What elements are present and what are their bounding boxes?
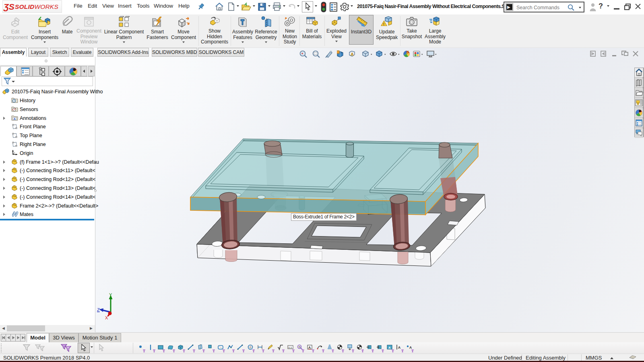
- svg-text:X: X: [105, 315, 108, 320]
- svg-text:Y: Y: [109, 292, 112, 297]
- svg-text:ƷS: ƷS: [3, 2, 14, 11]
- svg-text:0.3: 0.3: [288, 346, 292, 349]
- svg-text:A: A: [409, 346, 412, 350]
- svg-text:SOLIDWORKS: SOLIDWORKS: [15, 3, 58, 10]
- svg-text:A: A: [14, 117, 16, 121]
- svg-text:A: A: [398, 346, 400, 350]
- svg-text:Z: Z: [97, 307, 100, 312]
- svg-text:A: A: [388, 346, 391, 350]
- svg-text:N: N: [299, 346, 301, 348]
- svg-text:A: A: [351, 52, 354, 57]
- svg-text:A: A: [308, 346, 311, 350]
- svg-text:!: !: [383, 22, 384, 26]
